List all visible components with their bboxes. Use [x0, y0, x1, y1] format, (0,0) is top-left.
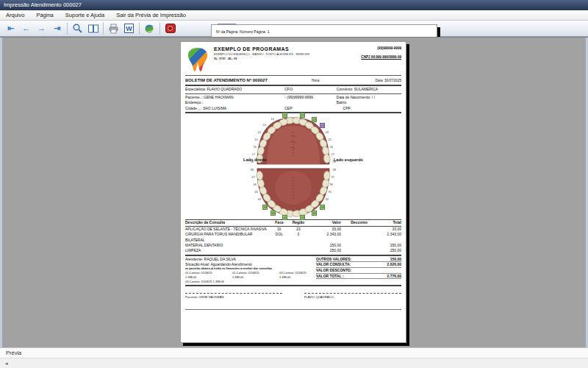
word-export-button[interactable]: W [121, 22, 137, 35]
valor-total: VALOR TOTAL : 2.776,00 [316, 274, 401, 280]
endereco: Endereço.: [185, 100, 337, 106]
tooth-number: 22 [312, 117, 317, 122]
report-header: EXEMPLO DE PROGRAMAS EXEMPLO DO ENDEREÇO… [185, 46, 401, 74]
scroll-left-arrow-icon[interactable]: ◂ [5, 361, 8, 366]
tooth-number: 21 [300, 113, 305, 118]
previa-tab[interactable]: Prévia [6, 350, 21, 356]
last-page-button[interactable]: ⇥ [49, 22, 65, 35]
table-row: APLICAÇÃO DE SELANTE - TÉCNICA INVASIVA … [185, 227, 401, 232]
bulletin-row: BOLETIM DE ATENDIMENTO Nº 000027 Hora: D… [185, 77, 401, 84]
tooth-number: 41 [282, 215, 287, 220]
menu-sair-previa[interactable]: Sair da Prévia de Impressão [110, 10, 192, 20]
stop-icon [165, 24, 176, 33]
lower-arch: 41424344454647483132333435363738 [238, 168, 348, 218]
word-icon: W [124, 24, 134, 33]
tooth-number: 45 [254, 190, 258, 194]
col-regiao: Região [288, 220, 309, 225]
col-total: Total [368, 220, 401, 225]
print-button[interactable] [106, 22, 121, 35]
table-header: Descrição da Consulta Face Região Valor … [185, 219, 401, 226]
clinic-cnpj: CNPJ 99.999.999/9999-99 [343, 55, 401, 59]
parcelas-row-2: 03-Carteira: 31/08/25 1.388,00 [185, 280, 316, 284]
tooth-number: 32 [312, 210, 317, 216]
tooth-number: 25 [328, 138, 331, 141]
tooth-number: 14 [257, 130, 261, 134]
bairro: Bairro: [337, 100, 401, 106]
cfo: CFO: [284, 87, 337, 93]
toolbar-separator [67, 23, 68, 35]
tooth-number: 33 [320, 205, 325, 210]
rule [185, 93, 401, 94]
menu-suporte-ajuda[interactable]: Suporte e Ajuda [60, 10, 110, 20]
menu-arquivo[interactable]: Arquivo [0, 10, 30, 20]
double-rule [185, 112, 401, 113]
table-row: CIRURGIA PARA TORUS MANDIBULAR BILATERAL… [185, 232, 401, 243]
tooth-number: 26 [329, 145, 333, 149]
clinic-address2: SL: 9797 - BL: 99 [214, 57, 343, 60]
col-valor: Valor [309, 220, 341, 225]
double-rule [185, 255, 401, 256]
clinic-contacts: (99)99999-9999 CNPJ 99.999.999/9999-99 [343, 46, 401, 74]
odontogram: 11121314151617182122232425262728 4142434… [185, 115, 401, 218]
globe-icon [144, 24, 155, 34]
lado-esquerdo-label: Lado esquerdo [334, 158, 363, 162]
tooth-number: 27 [331, 152, 334, 156]
previous-page-icon: ← [22, 24, 30, 32]
zoom-button[interactable] [70, 22, 85, 35]
horizontal-scrollbar[interactable]: ◂ [0, 358, 588, 368]
double-rule [185, 85, 401, 86]
tooth-number: 46 [253, 183, 257, 186]
col-face: Face [270, 220, 288, 225]
report-footer: Atendente: RAQUEL DA SILVA Situação Atua… [185, 257, 401, 285]
last-page-icon: ⇥ [54, 24, 60, 32]
cidade: Cidade....: SAO LUIS/MA [185, 106, 284, 112]
tooth-number: 15 [254, 138, 258, 141]
next-page-button[interactable]: → [34, 22, 49, 35]
convenio: Convênio: SULAMERICA [337, 87, 401, 93]
previous-page-button[interactable]: ← [18, 22, 34, 35]
tooth-number: 42 [270, 210, 276, 216]
toolbar-separator [139, 23, 140, 35]
clinic-tooth-logo-icon [185, 46, 210, 74]
report-page: EXEMPLO DE PROGRAMAS EXEMPLO DO ENDEREÇO… [180, 41, 406, 343]
next-page-icon: → [37, 24, 46, 32]
toolbar-separator [159, 23, 160, 35]
bulletin-title: BOLETIM DE ATENDIMENTO Nº 000027 [185, 78, 312, 82]
patient-row-1: Especialista: FLAVIO QUADRADO CFO: Convê… [185, 87, 401, 93]
window-frame-left [0, 38, 2, 348]
paciente-telefone: - (99)99999-9999 [284, 95, 337, 101]
valor-consulta: VALOR CONSULTA: 2.626,00 [316, 262, 401, 268]
double-rule [185, 285, 401, 286]
tooth-number: 12 [270, 117, 274, 121]
table-row: LIMPEZA 250,00 250,00 [185, 248, 401, 253]
tooth-number: 48 [250, 168, 254, 171]
outros-valores: OUTROS VALORES: 150,00 [316, 257, 401, 263]
tooth-number: 38 [332, 168, 336, 171]
magnifier-icon [72, 23, 83, 34]
tooth-number: 47 [251, 175, 255, 179]
procedures-table: Descrição da Consulta Face Região Valor … [185, 219, 401, 253]
tooth-number: 24 [325, 130, 329, 134]
printer-icon [108, 24, 119, 34]
two-page-view-button[interactable] [85, 22, 101, 35]
status-bar: Prévia [0, 347, 588, 358]
first-page-icon: ⇤ [7, 24, 14, 32]
menu-pagina[interactable]: Página [30, 10, 59, 20]
situacao-atual: Situação Atual: Aguardando Atendimento [185, 262, 316, 267]
web-export-button[interactable] [142, 22, 157, 35]
close-preview-button[interactable] [162, 22, 178, 35]
atendente: Atendente: RAQUEL DA SILVA [185, 257, 316, 262]
tooth-number: 13 [262, 123, 266, 127]
tooth-number: 35 [328, 190, 331, 194]
tooth-number: 17 [251, 152, 255, 156]
tooth-number: 11 [282, 113, 287, 118]
preview-area[interactable]: EXEMPLO DE PROGRAMAS EXEMPLO DO ENDEREÇO… [0, 37, 588, 347]
first-page-button[interactable]: ⇤ [3, 22, 18, 35]
totals-block: OUTROS VALORES: 150,00 VALOR CONSULTA: 2… [316, 257, 401, 285]
tooth-number: 16 [253, 145, 257, 149]
data-nascimento: Data de Nascimento: / / [337, 95, 401, 101]
tooth-number: 31 [300, 215, 305, 220]
signatures: Paciente: GENE HACKMAN FLAVIO QUADRADO - [185, 293, 401, 299]
signature-dentist: FLAVIO QUADRADO - [304, 295, 401, 299]
tooth-number: 44 [257, 197, 261, 201]
